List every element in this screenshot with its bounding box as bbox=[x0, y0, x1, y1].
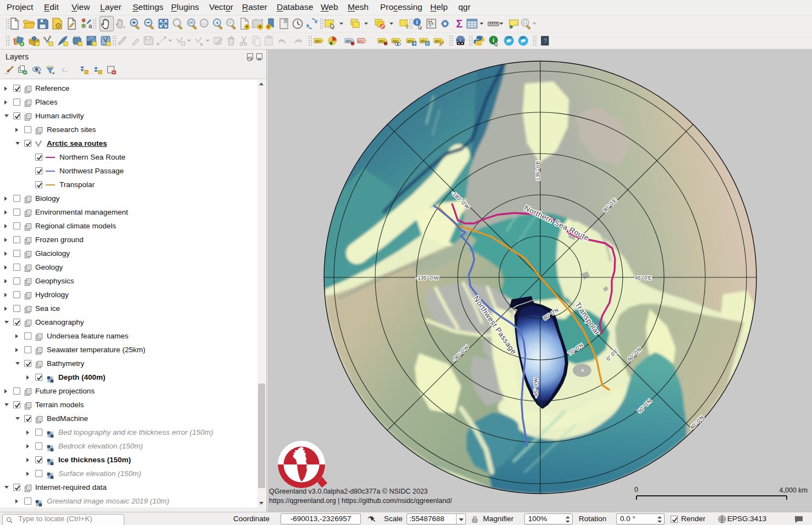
svg-text:✱: ✱ bbox=[259, 25, 262, 29]
svg-text:abc: abc bbox=[435, 39, 441, 43]
svg-text:abc: abc bbox=[315, 39, 321, 43]
svg-text:LYRX: LYRX bbox=[506, 36, 513, 39]
svg-text:4,000 km: 4,000 km bbox=[780, 486, 808, 494]
svg-text:a: a bbox=[89, 23, 92, 29]
svg-text:QGreenland v3.0.0alpha2-d80c37: QGreenland v3.0.0alpha2-d80c377a © NSIDC… bbox=[269, 488, 428, 495]
svg-text:135° 0'E: 135° 0'E bbox=[535, 161, 541, 181]
svg-text:0: 0 bbox=[634, 486, 638, 494]
svg-text:i: i bbox=[492, 37, 494, 43]
svg-text:Σ: Σ bbox=[456, 18, 463, 30]
svg-text:45° 0'E: 45° 0'E bbox=[635, 275, 651, 281]
svg-text:✱: ✱ bbox=[267, 25, 270, 29]
svg-text:?: ? bbox=[544, 38, 547, 44]
svg-text:ε: ε bbox=[62, 66, 65, 73]
svg-text:abc: abc bbox=[358, 39, 364, 43]
svg-text:-135° 0'W: -135° 0'W bbox=[416, 275, 439, 281]
svg-text:https://qgreenland.org | https: https://qgreenland.org | https://github.… bbox=[269, 497, 452, 505]
svg-text:i: i bbox=[416, 19, 418, 25]
svg-text:-45° 0'W: -45° 0'W bbox=[533, 378, 539, 398]
svg-text:1:1: 1:1 bbox=[202, 22, 207, 25]
svg-text:✱: ✱ bbox=[245, 25, 249, 29]
